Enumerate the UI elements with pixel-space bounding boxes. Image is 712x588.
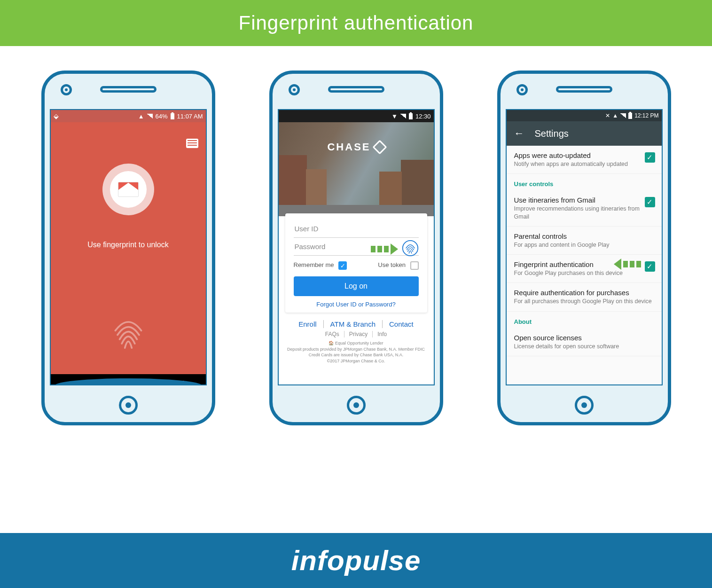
settings-item-subtitle: Notify when apps are automatically updat… [514,160,654,168]
settings-item-subtitle: License details for open source software [514,343,654,350]
forgot-link[interactable]: Forgot User ID or Password? [294,301,419,308]
checkbox-on-icon: ✓ [338,261,347,270]
highlight-arrow-icon [371,243,398,255]
status-time: 12:30 [415,113,431,120]
status-bar: ⬙ ▲ 64% 11:07 AM [51,110,206,122]
section-header: About [507,312,662,328]
settings-item-title: Parental controls [514,232,654,240]
phone-home-button [575,396,594,415]
settings-item[interactable]: Use itineraries from GmailImprove recomm… [507,190,662,227]
phone-speaker [328,86,384,93]
hero-image: CHASE [279,122,434,216]
password-input[interactable] [294,238,419,256]
phone-camera [61,84,72,95]
privacy-link[interactable]: Privacy [344,331,373,337]
footer-brand: infopulse [291,544,421,577]
settings-item-subtitle: For all purchases through Google Play on… [514,298,654,305]
keyboard-icon[interactable] [186,139,198,148]
wifi-icon: ▲ [138,113,144,120]
phone-screen: ▼ 12:30 CHASE [278,109,435,385]
settings-item-title: Apps were auto-updated [514,151,654,159]
settings-item-subtitle: For Google Play purchases on this device [514,269,654,277]
checkbox-on-icon[interactable]: ✓ [645,152,655,163]
vibrate-icon: ✕ [605,112,610,119]
back-arrow-icon[interactable]: ← [514,127,524,140]
footer-links: Enroll ATM & Branch Contact [279,320,434,328]
contact-link[interactable]: Contact [383,320,420,328]
page-title: Fingerprint authentication [239,12,474,34]
highlight-arrow-icon [614,259,641,270]
settings-list: Apps were auto-updatedNotify when apps a… [507,146,662,385]
status-bar: ▼ 12:30 [279,110,434,122]
footer-sublinks: FAQs Privacy Info [279,331,434,337]
settings-item-title: Open source licenses [514,334,654,342]
chase-login-screen: CHASE [279,122,434,385]
battery-icon [171,113,174,119]
use-token-toggle[interactable]: Use token [378,261,418,270]
gmail-lock-screen: Use fingerprint to unlock [51,122,206,385]
fingerprint-icon[interactable] [107,311,150,354]
checkbox-off-icon [410,261,419,270]
appbar-title: Settings [535,128,569,139]
nav-home-icon[interactable] [122,381,132,385]
logon-button[interactable]: Log on [294,276,419,296]
settings-item-subtitle: Improve recommendations using itinerarie… [514,205,654,220]
remember-label: Remember me [294,261,334,268]
android-nav-bar [51,374,206,385]
phone-home-button [347,396,366,415]
settings-item[interactable]: Fingerprint authenticationFor Google Pla… [507,255,662,283]
phone-camera [516,84,528,95]
phone-speaker [556,86,612,93]
settings-item-title: Use itineraries from Gmail [514,196,654,204]
status-time: 11:07 AM [177,113,203,120]
atm-link[interactable]: ATM & Branch [324,320,383,328]
phone-speaker [100,86,156,93]
settings-item[interactable]: Open source licensesLicense details for … [507,328,662,356]
phone-screen: ⬙ ▲ 64% 11:07 AM Use fingerprint to unlo… [50,109,207,385]
wifi-icon: ▲ [612,112,618,119]
info-link[interactable]: Info [373,331,391,337]
svg-point-0 [402,241,417,256]
phone-home-button [119,396,138,415]
faqs-link[interactable]: FAQs [321,331,344,337]
fingerprint-login-button[interactable] [402,240,419,257]
status-app-icon: ⬙ [54,112,59,120]
checkbox-on-icon[interactable]: ✓ [645,261,655,272]
fingerprint-prompt: Use fingerprint to unlock [51,241,206,249]
userid-input[interactable] [294,220,419,238]
enroll-link[interactable]: Enroll [292,320,323,328]
phone-chase: ▼ 12:30 CHASE [269,71,443,425]
checkbox-on-icon[interactable]: ✓ [645,197,655,207]
phone-camera [289,84,300,95]
phone-row: ⬙ ▲ 64% 11:07 AM Use fingerprint to unlo… [0,71,712,428]
fine-print: 🏠 Equal Opportunity Lender Deposit produ… [279,340,434,367]
signal-icon [400,114,406,118]
app-bar: ← Settings [507,121,662,146]
settings-item-subtitle: For apps and content in Google Play [514,241,654,249]
settings-item[interactable]: Apps were auto-updatedNotify when apps a… [507,146,662,174]
chase-logo: CHASE [327,141,384,153]
section-header: User controls [507,174,662,190]
battery-icon [409,113,413,119]
status-bar: ✕ ▲ 12:12 PM [507,110,662,121]
phone-screen: ✕ ▲ 12:12 PM ← Settings Apps were auto-u… [506,109,663,385]
settings-item[interactable]: Parental controlsFor apps and content in… [507,227,662,255]
login-card: Remember me ✓ Use token Log on Forgot Us… [285,213,427,313]
gmail-logo [102,164,154,215]
phone-settings: ✕ ▲ 12:12 PM ← Settings Apps were auto-u… [497,71,671,425]
settings-item-title: Require authentication for purchases [514,289,654,297]
brand-text: CHASE [327,141,370,153]
signal-icon [620,113,626,118]
settings-screen: ← Settings Apps were auto-updatedNotify … [507,121,662,385]
settings-item[interactable]: Require authentication for purchasesFor … [507,283,662,311]
signal-icon [147,114,153,118]
phone-gmail: ⬙ ▲ 64% 11:07 AM Use fingerprint to unlo… [41,71,215,425]
wifi-icon: ▼ [391,113,398,120]
token-label: Use token [378,261,406,268]
remember-me-toggle[interactable]: Remember me ✓ [294,261,347,270]
status-time: 12:12 PM [634,112,658,119]
battery-pct: 64% [156,113,168,120]
battery-icon [628,113,632,119]
footer-banner: infopulse [0,533,712,588]
chase-octagon-icon [372,140,387,154]
